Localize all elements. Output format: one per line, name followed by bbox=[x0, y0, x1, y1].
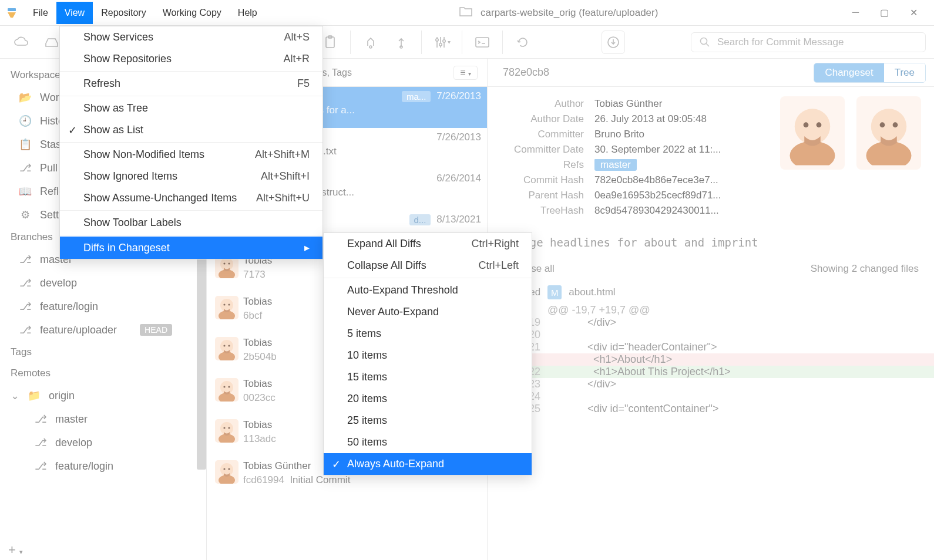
menu-item-show-ignored-items[interactable]: Show Ignored ItemsAlt+Shift+I bbox=[60, 166, 322, 187]
menu-item-show-non-modified-items[interactable]: Show Non-Modified ItemsAlt+Shift+M bbox=[60, 144, 322, 166]
file-name: about.html bbox=[569, 286, 615, 298]
menu-working-copy[interactable]: Working Copy bbox=[154, 2, 230, 24]
add-button[interactable]: + ▾ bbox=[8, 542, 23, 558]
svg-rect-4 bbox=[8, 8, 16, 11]
merge-down-icon[interactable] bbox=[358, 31, 384, 53]
menu-repository[interactable]: Repository bbox=[93, 2, 154, 24]
meta-row: Committer Date30. September 2022 at 11:.… bbox=[500, 142, 765, 157]
avatar bbox=[215, 460, 238, 484]
menu-item-refresh[interactable]: RefreshF5 bbox=[60, 73, 322, 95]
svg-rect-13 bbox=[476, 38, 489, 47]
menu-item-show-as-list[interactable]: ✓Show as List bbox=[60, 119, 322, 141]
menu-item-expand-all-diffs[interactable]: Expand All DiffsCtrl+Right bbox=[324, 233, 532, 255]
branch-feature-uploader[interactable]: ⎇feature/uploaderHEAD bbox=[0, 318, 206, 342]
menu-item-show-services[interactable]: Show ServicesAlt+S bbox=[60, 26, 322, 48]
menu-item-show-toolbar-labels[interactable]: Show Toolbar Labels bbox=[60, 212, 322, 234]
diff-line: +22 <h1>About This Project</h1> bbox=[488, 366, 934, 378]
menu-item-show-repositories[interactable]: Show RepositoriesAlt+R bbox=[60, 48, 322, 70]
tab-changeset[interactable]: Changeset bbox=[814, 63, 883, 82]
tab-tree[interactable]: Tree bbox=[884, 63, 925, 82]
sliders-icon[interactable]: ▾ bbox=[429, 31, 455, 53]
svg-point-10 bbox=[435, 38, 438, 41]
committer-avatar bbox=[856, 96, 921, 170]
merge-up-icon[interactable] bbox=[388, 31, 414, 53]
menu-view[interactable]: View bbox=[56, 2, 93, 24]
ref-chip: ma... bbox=[402, 91, 431, 102]
menu-item-show-as-tree[interactable]: Show as Tree bbox=[60, 97, 322, 119]
svg-point-12 bbox=[442, 39, 445, 42]
branch-develop[interactable]: ⎇develop bbox=[0, 271, 206, 295]
svg-point-8 bbox=[369, 46, 372, 48]
chevron-right-icon: ▸ bbox=[304, 241, 310, 254]
check-icon: ✓ bbox=[68, 124, 77, 137]
menu-item-never-auto-expand[interactable]: Never Auto-Expand bbox=[324, 301, 532, 323]
diffs-submenu: Expand All DiffsCtrl+RightCollapse All D… bbox=[323, 232, 532, 475]
section-tags: Tags bbox=[0, 342, 206, 363]
menu-item--items[interactable]: 50 items bbox=[324, 431, 532, 453]
menu-item-diffs-in-changeset[interactable]: Diffs in Changeset▸ bbox=[60, 237, 322, 259]
menu-item--items[interactable]: 20 items bbox=[324, 388, 532, 410]
avatar bbox=[215, 419, 238, 443]
remote-branch-master[interactable]: ⎇master bbox=[0, 407, 206, 431]
meta-row: Commit Hash782e0cb8e4b86e7ece3e7... bbox=[500, 173, 765, 188]
modified-badge-icon: M bbox=[547, 285, 562, 299]
head-badge: HEAD bbox=[140, 324, 172, 336]
gear-icon: ⚙ bbox=[19, 208, 32, 221]
meta-row: CommitterBruno Brito bbox=[500, 127, 765, 142]
branch-icon: ⎇ bbox=[34, 436, 47, 449]
meta-row: Parent Hash0ea9e16953b25cecf89d71... bbox=[500, 188, 765, 203]
branch-icon: ⎇ bbox=[19, 300, 32, 313]
menu-item--items[interactable]: 15 items bbox=[324, 366, 532, 388]
menu-item--items[interactable]: 25 items bbox=[324, 410, 532, 431]
meta-row: Author Date26. July 2013 at 09:05:48 bbox=[500, 112, 765, 127]
menu-item-auto-expand-threshold[interactable]: Auto-Expand Threshold bbox=[324, 279, 532, 301]
remote-branch-develop[interactable]: ⎇develop bbox=[0, 431, 206, 454]
diff-line: 2424 bbox=[488, 390, 934, 403]
menu-item--items[interactable]: 10 items bbox=[324, 345, 532, 366]
author-avatar bbox=[780, 96, 845, 170]
book-icon: 📖 bbox=[19, 185, 32, 198]
window-title: carparts-website_orig (feature/uploader) bbox=[481, 7, 658, 19]
folder-icon bbox=[459, 6, 472, 19]
menu-item-always-auto-expand[interactable]: ✓Always Auto-Expand bbox=[324, 453, 532, 475]
cloud-icon[interactable] bbox=[8, 31, 34, 53]
folder-icon: 📂 bbox=[19, 91, 32, 104]
svg-point-15 bbox=[701, 38, 707, 44]
search-placeholder: Search for Commit Message bbox=[717, 36, 844, 48]
meta-row: Refsmaster bbox=[500, 157, 765, 173]
search-input[interactable]: Search for Commit Message bbox=[691, 32, 926, 52]
meta-row: TreeHash8c9d54789304292430011... bbox=[500, 203, 765, 218]
commit-message: Change headlines for about and imprint bbox=[488, 228, 934, 257]
sidebar-item-origin[interactable]: ⌄📁origin bbox=[0, 384, 206, 407]
meta-row: AuthorTobias Günther bbox=[500, 96, 765, 112]
branch-icon: ⎇ bbox=[19, 323, 32, 336]
search-icon bbox=[700, 37, 710, 48]
menu-file[interactable]: File bbox=[25, 2, 56, 24]
diff-line: 22 <h1>About</h1> bbox=[488, 353, 934, 366]
avatar bbox=[215, 296, 238, 319]
branch-feature-login[interactable]: ⎇feature/login bbox=[0, 295, 206, 318]
section-remotes: Remotes bbox=[0, 363, 206, 384]
download-icon[interactable] bbox=[602, 31, 625, 54]
app-icon bbox=[6, 7, 18, 19]
menu-help[interactable]: Help bbox=[230, 2, 266, 24]
svg-point-11 bbox=[439, 43, 441, 45]
diff-line: 2121 <div id="headerContainer"> bbox=[488, 341, 934, 353]
branch-icon: ⎇ bbox=[19, 253, 32, 266]
clipboard-icon: 📋 bbox=[19, 138, 32, 151]
menu-item-show-assume-unchanged-items[interactable]: Show Assume-Unchanged ItemsAlt+Shift+U bbox=[60, 187, 322, 209]
diff-line: 1919 </div> bbox=[488, 316, 934, 329]
diff-line: 2525 <div id="contentContainer"> bbox=[488, 403, 934, 415]
menu-item-collapse-all-diffs[interactable]: Collapse All DiffsCtrl+Left bbox=[324, 255, 532, 276]
diff-line: 2020 bbox=[488, 329, 934, 341]
refresh-icon[interactable] bbox=[510, 31, 536, 53]
menu-item--items[interactable]: 5 items bbox=[324, 323, 532, 345]
commit-hash: 782e0cb8 bbox=[503, 66, 549, 79]
maximize-icon[interactable]: ▢ bbox=[880, 7, 889, 18]
minimize-icon[interactable]: ─ bbox=[852, 7, 859, 18]
ref-chip: d... bbox=[409, 214, 431, 225]
filter-button[interactable]: ≡ ▾ bbox=[453, 66, 478, 80]
remote-branch-feature-login[interactable]: ⎇feature/login bbox=[0, 454, 206, 478]
terminal-icon[interactable] bbox=[469, 31, 495, 53]
close-icon[interactable]: ✕ bbox=[910, 7, 918, 18]
